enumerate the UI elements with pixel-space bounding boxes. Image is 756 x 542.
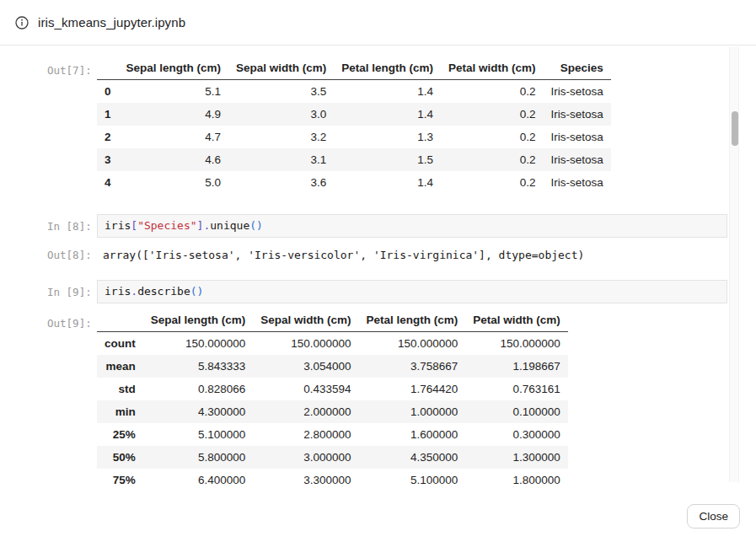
code-token-name: iris	[105, 219, 131, 232]
input-prompt: In [9]:	[47, 280, 97, 298]
table-cell: 5.843333	[143, 355, 254, 378]
table-cell: 3.1	[228, 148, 334, 171]
row-index: 2	[97, 126, 119, 148]
dataframe-describe-table: Sepal length (cm)Sepal width (cm)Petal l…	[97, 309, 568, 484]
output-prompt: Out[7]:	[47, 56, 97, 77]
scrollbar-track[interactable]	[729, 47, 739, 482]
table-cell: 5.800000	[143, 446, 254, 469]
table-cell: 4.6	[119, 148, 229, 171]
table-cell: 0.828066	[143, 378, 254, 400]
table-cell: 0.100000	[465, 400, 568, 423]
column-header	[97, 56, 119, 80]
column-header: Petal width (cm)	[441, 56, 544, 80]
table-cell: 150.000000	[143, 332, 254, 356]
table-cell: 150.000000	[465, 332, 568, 356]
column-header: Petal width (cm)	[465, 309, 568, 332]
code-token-name: describe	[137, 285, 190, 298]
table-cell: 4.300000	[143, 400, 254, 423]
table-cell: 1.300000	[465, 446, 568, 469]
table-cell: 3.0	[228, 103, 334, 126]
table-cell: 150.000000	[253, 332, 358, 356]
column-header: Sepal width (cm)	[228, 56, 334, 80]
output-prompt: Out[8]:	[47, 245, 97, 261]
table-row: std0.8280660.4335941.7644200.763161	[97, 378, 568, 400]
table-cell: Iris-setosa	[544, 80, 611, 104]
table-cell: 0.763161	[465, 378, 568, 400]
row-index: 0	[97, 80, 119, 104]
table-cell: 1.600000	[359, 423, 466, 446]
column-header: Species	[544, 56, 611, 80]
column-header: Petal length (cm)	[334, 56, 441, 80]
close-button[interactable]: Close	[687, 504, 740, 529]
text-output: array(['Iris-setosa', 'Iris-versicolor',…	[97, 245, 728, 266]
table-cell: 4.7	[119, 126, 229, 148]
table-cell: 0.300000	[465, 423, 568, 446]
row-index: std	[97, 378, 143, 400]
file-preview-dialog: iris_kmeans_jupyter.ipynb Out[7]: Sepal …	[0, 0, 756, 542]
row-index: 75%	[97, 469, 143, 484]
header-row: Sepal length (cm)Sepal width (cm)Petal l…	[97, 56, 611, 80]
code-token-punct: [	[131, 219, 137, 232]
code-token-paren: ()	[249, 219, 263, 232]
table-cell: 0.2	[441, 80, 544, 104]
table-cell: 3.758667	[359, 355, 466, 378]
code-token-name: iris	[105, 285, 131, 298]
output-prompt: Out[9]:	[47, 309, 97, 330]
table-cell: Iris-setosa	[544, 148, 611, 171]
row-index: 4	[97, 171, 119, 194]
row-index: min	[97, 400, 143, 423]
table-cell: 4.350000	[359, 446, 466, 469]
table-cell: 4.9	[119, 103, 229, 126]
row-index: 3	[97, 148, 119, 171]
row-index: 25%	[97, 423, 143, 446]
table-row: mean5.8433333.0540003.7586671.198667	[97, 355, 568, 378]
table-cell: 5.100000	[359, 469, 466, 484]
file-title: iris_kmeans_jupyter.ipynb	[38, 15, 185, 30]
table-cell: 3.6	[228, 171, 334, 194]
notebook-cell-out9: Out[9]: Sepal length (cm)Sepal width (cm…	[47, 309, 728, 484]
notebook-cell-out8: Out[8]: array(['Iris-setosa', 'Iris-vers…	[47, 245, 728, 266]
header-row: Sepal length (cm)Sepal width (cm)Petal l…	[97, 309, 568, 332]
table-row: 24.73.21.30.2Iris-setosa	[97, 126, 611, 148]
table-cell: 1.000000	[359, 400, 466, 423]
table-cell: Iris-setosa	[544, 171, 611, 194]
code-token-paren: ()	[190, 285, 204, 298]
table-row: 14.93.01.40.2Iris-setosa	[97, 103, 611, 126]
table-cell: Iris-setosa	[544, 126, 611, 148]
dialog-header: iris_kmeans_jupyter.ipynb	[0, 0, 756, 46]
table-cell: 1.198667	[465, 355, 568, 378]
table-cell: 1.5	[334, 148, 441, 171]
table-cell: Iris-setosa	[544, 103, 611, 126]
table-row: 05.13.51.40.2Iris-setosa	[97, 80, 611, 104]
table-cell: 3.054000	[253, 355, 358, 378]
table-cell: 5.100000	[143, 423, 254, 446]
table-cell: 0.2	[441, 126, 544, 148]
table-row: 50%5.8000003.0000004.3500001.300000	[97, 446, 568, 469]
column-header: Sepal length (cm)	[143, 309, 254, 332]
table-cell: 1.800000	[465, 469, 568, 484]
table-row: 34.63.11.50.2Iris-setosa	[97, 148, 611, 171]
row-index: count	[97, 332, 143, 356]
notebook-preview: Out[7]: Sepal length (cm)Sepal width (cm…	[0, 46, 728, 484]
table-cell: 3.000000	[253, 446, 358, 469]
table-cell: 2.800000	[253, 423, 358, 446]
column-header: Sepal width (cm)	[253, 309, 358, 332]
row-index: 50%	[97, 446, 143, 469]
row-index: mean	[97, 355, 143, 378]
table-cell: 5.0	[119, 171, 229, 194]
input-prompt: In [8]:	[47, 214, 97, 233]
scrollbar-thumb[interactable]	[732, 111, 738, 146]
table-cell: 3.300000	[253, 469, 358, 484]
table-row: min4.3000002.0000001.0000000.100000	[97, 400, 568, 423]
notebook-cell-in8: In [8]: iris["Species"].unique()	[47, 214, 728, 238]
code-input: iris["Species"].unique()	[97, 214, 727, 238]
table-cell: 5.1	[119, 80, 229, 104]
column-header: Petal length (cm)	[359, 309, 466, 332]
table-cell: 1.4	[334, 103, 441, 126]
table-cell: 150.000000	[359, 332, 466, 356]
code-token-punct: .	[131, 285, 137, 298]
info-icon	[15, 16, 29, 30]
column-header	[97, 309, 143, 332]
notebook-cell-out7: Out[7]: Sepal length (cm)Sepal width (cm…	[47, 56, 728, 194]
table-cell: 0.2	[441, 148, 544, 171]
